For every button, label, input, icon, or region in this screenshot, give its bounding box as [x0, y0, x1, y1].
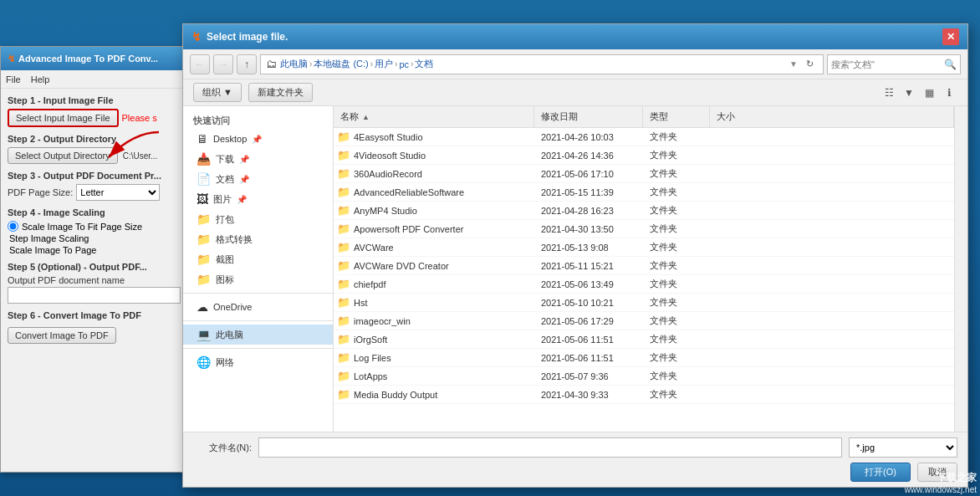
scale-page-label: Scale Image To Page: [9, 245, 96, 255]
view-details-btn[interactable]: ☷: [880, 84, 897, 101]
back-button[interactable]: ←: [190, 54, 210, 74]
bg-title: Advanced Image To PDF Conv...: [18, 54, 158, 64]
step2-label: Step 2 - Output Directory: [8, 134, 181, 144]
table-row[interactable]: 📁 imageocr_win 2021-05-06 17:29 文件夹: [334, 312, 954, 330]
quick-access-label: 快速访问: [183, 113, 333, 129]
sidebar-item-packing[interactable]: 📁 打包: [183, 209, 333, 229]
table-row[interactable]: 📁 LotApps 2021-05-07 9:36 文件夹: [334, 367, 954, 386]
table-row[interactable]: 📁 Apowersoft PDF Converter 2021-04-30 13…: [334, 220, 954, 238]
forward-button[interactable]: →: [213, 54, 233, 74]
table-row[interactable]: 📁 Media Buddy Output 2021-04-30 9:33 文件夹: [334, 386, 954, 404]
file-name-8: 📁 chiefpdf: [337, 278, 541, 290]
file-type-7: 文件夹: [650, 259, 717, 272]
col-header-type[interactable]: 类型: [643, 106, 710, 127]
new-folder-button[interactable]: 新建文件夹: [248, 83, 313, 102]
sidebar-item-onedrive[interactable]: ☁ OneDrive: [183, 297, 333, 317]
addr-users[interactable]: 用户: [375, 58, 393, 70]
file-date-12: 2021-05-06 11:51: [541, 353, 650, 363]
filetype-select[interactable]: *.jpg *.png *.bmp *.gif: [849, 437, 957, 458]
close-button[interactable]: ✕: [942, 28, 959, 45]
sidebar-item-icons[interactable]: 📁 图标: [183, 269, 333, 289]
sort-icon-name: ▲: [362, 113, 370, 121]
file-type-11: 文件夹: [650, 333, 717, 345]
menu-file[interactable]: File: [6, 74, 21, 84]
menu-help[interactable]: Help: [31, 74, 50, 84]
file-name-1: 📁 4Videosoft Studio: [337, 149, 541, 161]
address-bar[interactable]: 🗂 此电脑 › 本地磁盘 (C:) › 用户 › pc › 文档 ▼ ↻: [260, 54, 824, 74]
dialog-bottom: 文件名(N): *.jpg *.png *.bmp *.gif 打开(O) 取消: [183, 432, 967, 487]
file-type-14: 文件夹: [650, 388, 717, 401]
addr-this-pc[interactable]: 此电脑: [280, 58, 308, 70]
pdf-size-select[interactable]: Letter: [76, 184, 160, 201]
table-row[interactable]: 📁 4Easysoft Studio 2021-04-26 10:03 文件夹: [334, 128, 954, 146]
table-row[interactable]: 📁 Hst 2021-05-10 10:21 文件夹: [334, 294, 954, 312]
sidebar-item-clipboard[interactable]: 📁 截图: [183, 249, 333, 269]
addr-docs[interactable]: 文档: [415, 58, 433, 70]
organize-button[interactable]: 组织 ▼: [193, 83, 242, 102]
pictures-icon: 🖼: [197, 192, 208, 206]
folder-icon-9: 📁: [337, 296, 350, 309]
sidebar-item-pictures[interactable]: 🖼 图片 📌: [183, 189, 333, 209]
table-row[interactable]: 📁 Log Files 2021-05-06 11:51 文件夹: [334, 349, 954, 367]
addr-folder-icon: 🗂: [266, 58, 277, 70]
search-input[interactable]: [831, 59, 941, 69]
table-row[interactable]: 📁 chiefpdf 2021-05-06 13:49 文件夹: [334, 275, 954, 294]
file-type-3: 文件夹: [650, 186, 717, 198]
filename-input[interactable]: [258, 437, 842, 458]
file-name-14: 📁 Media Buddy Output: [337, 388, 541, 401]
bg-titlebar: ↯ Advanced Image To PDF Conv...: [1, 47, 187, 70]
file-name-10: 📁 imageocr_win: [337, 314, 541, 327]
bg-menu: File Help: [1, 70, 187, 89]
addr-c-drive[interactable]: 本地磁盘 (C:): [314, 58, 368, 70]
dialog-icon: ↯: [191, 30, 202, 43]
search-icon[interactable]: 🔍: [944, 59, 957, 70]
output-path: C:\User...: [123, 151, 158, 161]
table-row[interactable]: 📁 iOrgSoft 2021-05-06 11:51 文件夹: [334, 330, 954, 349]
scale-fit-radio[interactable]: [8, 221, 18, 232]
folder-icon-4: 📁: [337, 204, 350, 217]
convert-btn[interactable]: Convert Image To PDF: [8, 327, 116, 344]
view-dropdown-btn[interactable]: ▼: [901, 84, 917, 101]
up-button[interactable]: ↑: [237, 54, 257, 74]
sidebar-item-format[interactable]: 📁 格式转换: [183, 229, 333, 249]
table-row[interactable]: 📁 AVCWare DVD Creator 2021-05-11 15:21 文…: [334, 257, 954, 275]
right-scrollbar[interactable]: [954, 106, 967, 432]
select-input-btn[interactable]: Select Input Image File: [8, 109, 119, 127]
table-row[interactable]: 📁 AdvancedReliableSoftware 2021-05-15 11…: [334, 183, 954, 202]
refresh-button[interactable]: ↻: [801, 56, 818, 73]
file-name-7: 📁 AVCWare DVD Creator: [337, 259, 541, 272]
select-output-btn[interactable]: Select Output Directory: [8, 147, 118, 164]
search-box[interactable]: 🔍: [827, 54, 961, 74]
open-cancel-row: 打开(O) 取消: [193, 463, 957, 482]
pictures-label: 图片: [213, 193, 232, 206]
table-row[interactable]: 📁 4Videosoft Studio 2021-04-26 14:36 文件夹: [334, 146, 954, 165]
sidebar-item-this-pc[interactable]: 💻 此电脑: [183, 325, 333, 345]
folder-icon-3: 📁: [337, 186, 350, 198]
addr-dropdown-icon[interactable]: ▼: [789, 59, 798, 69]
col-header-size[interactable]: 大小: [710, 106, 954, 127]
desktop-icon: 🖥: [197, 132, 208, 146]
table-row[interactable]: 📁 360AudioRecord 2021-05-06 17:10 文件夹: [334, 165, 954, 183]
file-date-2: 2021-05-06 17:10: [541, 169, 650, 179]
pin-icon-desktop: 📌: [252, 135, 262, 144]
preview-pane-btn[interactable]: ▦: [921, 84, 937, 101]
file-type-5: 文件夹: [650, 222, 717, 235]
open-button[interactable]: 打开(O): [850, 463, 911, 482]
sidebar-item-documents[interactable]: 📄 文档 📌: [183, 169, 333, 189]
sidebar-item-desktop[interactable]: 🖥 Desktop 📌: [183, 129, 333, 149]
scale-step-label: Step Image Scaling: [9, 233, 89, 243]
addr-pc[interactable]: pc: [399, 59, 409, 69]
table-row[interactable]: 📁 AVCWare 2021-05-13 9:08 文件夹: [334, 238, 954, 257]
view-controls: ☷ ▼ ▦ ℹ: [880, 84, 957, 101]
table-row[interactable]: 📁 AnyMP4 Studio 2021-04-28 16:23 文件夹: [334, 202, 954, 220]
dialog-actions: 组织 ▼ 新建文件夹 ☷ ▼ ▦ ℹ: [183, 79, 967, 106]
output-name-input[interactable]: [8, 287, 181, 304]
col-header-name[interactable]: 名称 ▲: [334, 106, 534, 127]
file-dialog: ↯ Select image file. ✕ ← → ↑ 🗂 此电脑 › 本地磁…: [182, 23, 968, 488]
sidebar-item-downloads[interactable]: 📥 下载 📌: [183, 149, 333, 169]
dialog-toolbar: ← → ↑ 🗂 此电脑 › 本地磁盘 (C:) › 用户 › pc › 文档 ▼…: [183, 49, 967, 79]
details-pane-btn[interactable]: ℹ: [941, 84, 957, 101]
desktop-label: Desktop: [213, 134, 247, 144]
sidebar-item-network[interactable]: 🌐 网络: [183, 352, 333, 372]
col-header-date[interactable]: 修改日期: [534, 106, 643, 127]
